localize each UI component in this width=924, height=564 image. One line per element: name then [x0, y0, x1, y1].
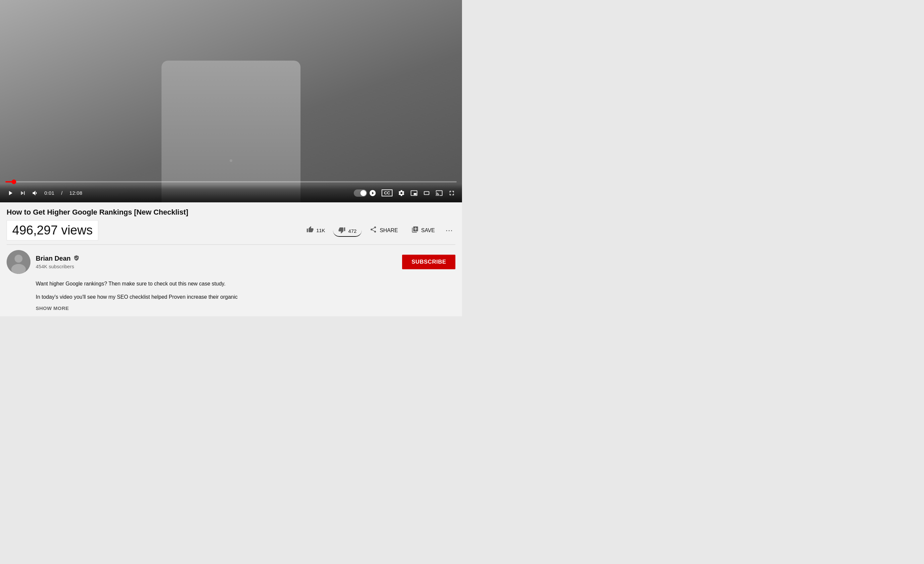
more-button[interactable]: ⋯	[443, 224, 455, 238]
channel-avatar[interactable]	[7, 250, 30, 274]
verified-badge-icon	[74, 255, 80, 262]
video-thumbnail	[0, 0, 462, 202]
channel-info: Brian Dean 454K subscribers	[36, 255, 402, 269]
views-count: 496,297 views	[7, 220, 98, 241]
settings-button[interactable]	[398, 190, 405, 197]
next-button[interactable]	[19, 190, 27, 197]
video-meta-row: 496,297 views 11K 472 SHA	[7, 220, 455, 245]
time-total: 12:08	[69, 190, 82, 196]
show-more-button[interactable]: SHOW MORE	[36, 305, 455, 311]
progress-track[interactable]	[5, 181, 457, 182]
controls-bar: 0:01 / 12:08 CC	[0, 184, 462, 202]
channel-name[interactable]: Brian Dean	[36, 255, 71, 262]
share-icon	[370, 226, 377, 235]
cc-button[interactable]: CC	[382, 190, 393, 196]
play-button[interactable]	[7, 190, 14, 197]
subscribe-button[interactable]: SUBSCRIBE	[402, 255, 455, 269]
toggle-knob	[360, 190, 366, 196]
svg-point-1	[15, 255, 22, 263]
save-icon	[411, 226, 418, 235]
cast-button[interactable]	[435, 190, 443, 197]
theater-button[interactable]	[423, 190, 430, 197]
share-label: SHARE	[380, 227, 398, 233]
subscriber-count: 454K subscribers	[36, 264, 402, 269]
dislike-count: 472	[348, 228, 356, 234]
miniplayer-button[interactable]	[410, 190, 418, 197]
save-label: SAVE	[421, 227, 435, 233]
channel-row: Brian Dean 454K subscribers SUBSCRIBE	[0, 245, 462, 279]
progress-dot	[12, 179, 16, 184]
video-title: How to Get Higher Google Rankings [New C…	[7, 208, 455, 217]
autoplay-toggle[interactable]	[354, 190, 376, 197]
channel-name-row: Brian Dean	[36, 255, 402, 262]
thumbs-up-icon	[306, 226, 314, 235]
toggle-track	[354, 190, 367, 197]
video-player[interactable]: 0:01 / 12:08 CC	[0, 0, 462, 202]
description: Want higher Google rankings? Then make s…	[0, 279, 462, 316]
video-info: How to Get Higher Google Rankings [New C…	[0, 202, 462, 245]
dislike-button[interactable]: 472	[333, 224, 362, 237]
share-button[interactable]: SHARE	[364, 223, 403, 238]
time-display: 0:01	[44, 190, 54, 196]
like-count: 11K	[316, 227, 326, 233]
time-separator: /	[60, 190, 64, 196]
description-line1: Want higher Google rankings? Then make s…	[36, 279, 455, 288]
like-button[interactable]: 11K	[301, 223, 331, 238]
autoplay-icon	[369, 190, 376, 197]
progress-fill	[5, 181, 14, 182]
thumbs-down-icon	[338, 227, 345, 236]
action-buttons: 11K 472 SHARE SAVE	[301, 223, 455, 238]
volume-button[interactable]	[32, 190, 39, 197]
fullscreen-button[interactable]	[448, 190, 455, 197]
progress-area[interactable]	[0, 181, 462, 182]
description-line2: In today's video you'll see how my SEO c…	[36, 292, 455, 301]
more-icon: ⋯	[446, 226, 453, 235]
save-button[interactable]: SAVE	[406, 223, 441, 238]
